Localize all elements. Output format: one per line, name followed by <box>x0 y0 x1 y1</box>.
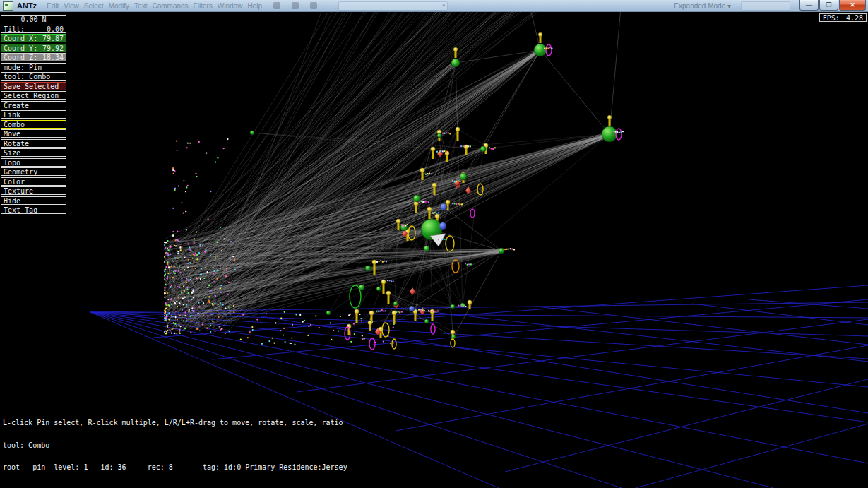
node-pin[interactable] <box>393 314 396 324</box>
node-pin[interactable] <box>388 294 390 304</box>
menu-item-select[interactable]: Select <box>84 2 104 10</box>
node-sphere[interactable] <box>413 195 420 202</box>
cluster-dot <box>182 297 184 299</box>
cluster-dot <box>165 320 167 321</box>
node-sphere[interactable] <box>326 311 331 315</box>
node-pin-head[interactable] <box>435 214 439 218</box>
node-pin-head[interactable] <box>538 32 542 37</box>
node-pin-head[interactable] <box>427 207 432 211</box>
cluster-dot <box>183 180 184 181</box>
maximize-button[interactable]: ❐ <box>819 0 838 11</box>
node-sphere[interactable] <box>250 131 254 135</box>
node-pin-head[interactable] <box>431 147 435 151</box>
node-sphere[interactable] <box>460 173 467 180</box>
hud-button-geometry[interactable]: Geometry <box>1 167 66 176</box>
node-pin-head[interactable] <box>368 321 372 325</box>
cluster-dot <box>183 285 184 287</box>
title-bar[interactable]: ANTz EditViewSelectModifyTextCommandsFil… <box>0 0 868 12</box>
node-sphere[interactable] <box>424 246 429 251</box>
ghost-toolbar-icon <box>273 2 280 9</box>
node-ring[interactable] <box>470 209 475 218</box>
menu-item-window[interactable]: Window <box>218 2 243 10</box>
node-sphere[interactable] <box>534 44 547 56</box>
node-ring[interactable] <box>369 338 375 350</box>
cluster-dot <box>172 316 174 317</box>
node-sphere[interactable] <box>409 306 415 311</box>
hud-button-move[interactable]: Move <box>1 129 66 138</box>
hud-button-size[interactable]: Size <box>1 148 66 157</box>
node-pin[interactable] <box>434 186 436 195</box>
node-pin-head[interactable] <box>446 200 450 204</box>
hud-button-texture[interactable]: Texture <box>1 186 66 195</box>
menu-item-filters[interactable]: Filters <box>194 2 213 10</box>
node-pin[interactable] <box>415 205 417 213</box>
node-pin[interactable] <box>457 131 459 141</box>
node-pin[interactable] <box>465 148 468 155</box>
hud-button-topo[interactable]: Topo <box>1 158 66 167</box>
menu-item-help[interactable]: Help <box>247 2 262 10</box>
node-sphere[interactable] <box>376 287 381 291</box>
cluster-dot <box>171 304 172 305</box>
node-sphere[interactable] <box>480 146 486 152</box>
node-pin[interactable] <box>446 155 448 162</box>
node-pin-head[interactable] <box>420 168 424 172</box>
node-ring[interactable] <box>392 339 396 349</box>
node-pin-head[interactable] <box>355 309 359 314</box>
node-sphere[interactable] <box>451 335 456 339</box>
node-sphere[interactable] <box>602 126 617 142</box>
menu-item-edit[interactable]: Edit <box>47 2 59 10</box>
menu-item-modify[interactable]: Modify <box>109 2 129 10</box>
node-pin[interactable] <box>422 172 424 180</box>
hud-button-hide[interactable]: Hide <box>1 196 66 205</box>
node-ring[interactable] <box>350 285 361 308</box>
hud-button-save-selected[interactable]: Save Selected <box>1 82 66 90</box>
hud-button-text-tag[interactable]: Text Tag <box>1 206 66 214</box>
hud-button-color[interactable]: Color <box>1 177 66 186</box>
node-pin[interactable] <box>356 313 358 323</box>
node-pin-head[interactable] <box>453 47 458 52</box>
node-sphere[interactable] <box>451 59 460 67</box>
menu-item-commands[interactable]: Commands <box>152 2 188 10</box>
node-pin[interactable] <box>432 150 434 159</box>
node-pin[interactable] <box>398 222 400 230</box>
node-pin-head[interactable] <box>451 330 455 334</box>
node-pin-head[interactable] <box>381 280 386 284</box>
node-pin-head[interactable] <box>386 291 391 295</box>
text-tag-pixel <box>440 150 441 152</box>
node-pin[interactable] <box>369 324 371 331</box>
menu-item-view[interactable]: View <box>64 2 79 10</box>
node-pin-head[interactable] <box>607 115 612 119</box>
hud-button-rotate[interactable]: Rotate <box>1 139 66 148</box>
cluster-dot <box>390 343 391 344</box>
node-pin[interactable] <box>432 313 434 321</box>
node-sphere[interactable] <box>424 319 429 323</box>
node-pin-head[interactable] <box>456 127 460 131</box>
node-pin[interactable] <box>383 283 385 294</box>
hud-button-combo[interactable]: Combo <box>1 120 66 129</box>
cluster-dot <box>168 266 170 268</box>
node-sphere[interactable] <box>440 203 447 210</box>
node-sphere[interactable] <box>437 133 441 138</box>
cluster-dot <box>201 268 202 269</box>
hud-button-link[interactable]: Link <box>1 110 66 119</box>
menu-bar[interactable]: EditViewSelectModifyTextCommandsFiltersW… <box>47 2 262 10</box>
node-sphere[interactable] <box>393 302 398 306</box>
node-sphere[interactable] <box>451 304 455 309</box>
node-pin-head[interactable] <box>432 183 436 187</box>
node-pin-head[interactable] <box>372 260 376 264</box>
cluster-dot <box>338 331 339 332</box>
node-pin[interactable] <box>415 313 417 321</box>
minimize-button[interactable]: — <box>799 0 819 11</box>
hud-button-select-region[interactable]: Select Region <box>1 91 66 100</box>
text-tag-pixel <box>431 173 432 174</box>
node-pin[interactable] <box>374 263 376 275</box>
node-pin-head[interactable] <box>396 219 400 223</box>
close-button[interactable]: ✕ <box>839 0 866 11</box>
node-pin[interactable] <box>429 210 431 219</box>
node-sphere[interactable] <box>499 248 504 254</box>
node-pin-head[interactable] <box>369 311 374 315</box>
node-pin-head[interactable] <box>468 300 472 304</box>
menu-item-text[interactable]: Text <box>134 2 147 10</box>
node-sphere[interactable] <box>365 266 371 271</box>
hud-button-create[interactable]: Create <box>1 101 66 109</box>
